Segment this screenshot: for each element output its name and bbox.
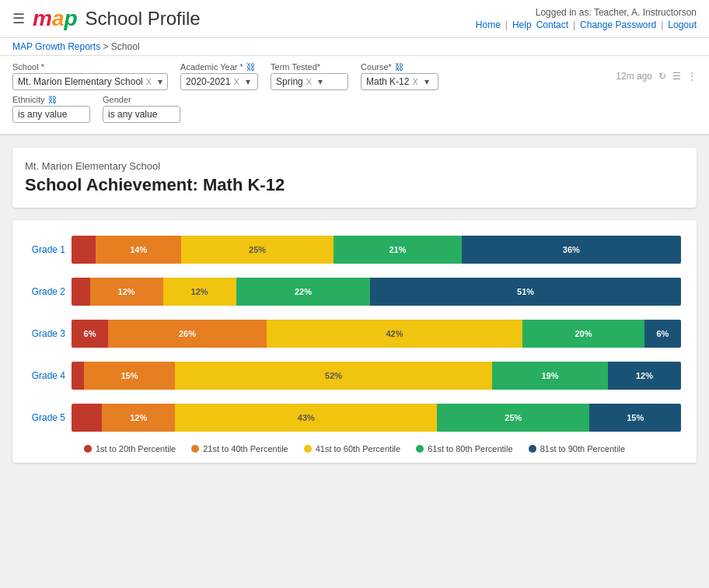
- main-content: Mt. Marion Elementary School School Achi…: [0, 135, 709, 475]
- grade-row: Grade 114%25%21%36%: [28, 236, 681, 264]
- ethnicity-select[interactable]: is any value: [12, 106, 90, 123]
- academic-year-filter-label: Academic Year * ⛓: [180, 62, 258, 72]
- contact-link[interactable]: Contact: [536, 19, 568, 30]
- term-tested-dropdown-arrow[interactable]: ▾: [318, 76, 323, 87]
- school-clear-btn[interactable]: X: [146, 77, 152, 86]
- grade-bar: 15%52%19%12%: [72, 362, 681, 390]
- legend-label: 61st to 80th Percentile: [428, 444, 512, 453]
- bar-segment-2: 12%: [90, 278, 163, 306]
- logo-a: a: [52, 6, 65, 30]
- term-tested-value: Spring: [276, 76, 303, 87]
- course-dropdown-arrow[interactable]: ▾: [424, 76, 429, 87]
- school-name: Mt. Marion Elementary School: [25, 160, 684, 172]
- change-password-link[interactable]: Change Password: [580, 19, 656, 30]
- course-value: Math K-12: [366, 76, 409, 87]
- grade-bar: 12%43%25%15%: [72, 404, 681, 432]
- header-nav: Home | Help Contact | Change Password | …: [476, 19, 697, 30]
- breadcrumb-current: School: [111, 41, 140, 52]
- bar-segment-3: 25%: [181, 236, 334, 264]
- grade-row: Grade 212%12%22%51%: [28, 278, 681, 306]
- logo-m: m: [33, 6, 52, 30]
- course-filter-label: Course* ⛓: [361, 62, 438, 72]
- legend-color-dot: [304, 445, 312, 453]
- map-growth-reports-link[interactable]: MAP Growth Reports: [12, 41, 100, 52]
- breadcrumb: MAP Growth Reports > School: [0, 38, 709, 56]
- legend-color-dot: [191, 445, 199, 453]
- bar-segment-2: 12%: [102, 404, 175, 432]
- academic-year-clear-btn[interactable]: X: [233, 77, 239, 86]
- gender-value: is any value: [108, 109, 157, 120]
- header-right: Logged in as: Teacher, A. Instructorson …: [476, 7, 697, 30]
- term-tested-select[interactable]: Spring X ▾: [271, 73, 348, 90]
- bar-segment-5: 15%: [589, 404, 681, 432]
- gender-filter-label: Gender: [103, 95, 180, 104]
- filter-more-icon[interactable]: ⋮: [687, 71, 697, 82]
- achievement-title: School Achievement: Math K-12: [25, 175, 684, 195]
- academic-year-select[interactable]: 2020-2021 X ▾: [180, 73, 258, 90]
- header-left: ☰ map School Profile: [12, 6, 201, 31]
- bar-segment-1: [72, 362, 84, 390]
- grade-label: Grade 1: [28, 244, 65, 255]
- refresh-icon[interactable]: ↻: [658, 71, 666, 82]
- gender-filter-group: Gender is any value: [103, 95, 180, 123]
- filter-menu-icon[interactable]: ☰: [672, 71, 681, 82]
- logout-link[interactable]: Logout: [668, 19, 697, 30]
- logged-in-label: Logged in as: Teacher, A. Instructorson: [476, 7, 697, 18]
- legend-label: 81st to 90th Percentile: [540, 444, 625, 453]
- school-dropdown-arrow[interactable]: ▾: [158, 76, 162, 87]
- bar-segment-4: 20%: [522, 320, 644, 348]
- help-link[interactable]: Help: [512, 19, 532, 30]
- logo: map: [33, 6, 78, 31]
- breadcrumb-separator: >: [103, 41, 109, 52]
- grade-bar: 12%12%22%51%: [72, 278, 681, 306]
- school-filter-group: School * Mt. Marion Elementary School X …: [12, 62, 168, 90]
- academic-year-filter-group: Academic Year * ⛓ 2020-2021 X ▾: [180, 62, 258, 90]
- legend-label: 41st to 60th Percentile: [316, 444, 400, 453]
- course-filter-group: Course* ⛓ Math K-12 X ▾: [361, 62, 438, 90]
- grade-label: Grade 5: [28, 412, 65, 423]
- bar-segment-5: 51%: [370, 278, 681, 306]
- school-select[interactable]: Mt. Marion Elementary School X ▾: [12, 73, 168, 90]
- grade-row: Grade 512%43%25%15%: [28, 404, 681, 432]
- chart-card: Grade 114%25%21%36%Grade 212%12%22%51%Gr…: [12, 220, 697, 463]
- legend-label: 1st to 20th Percentile: [96, 444, 176, 453]
- bar-segment-5: 12%: [608, 362, 681, 390]
- logo-p: p: [64, 6, 77, 30]
- legend-color-dot: [84, 445, 92, 453]
- academic-year-dropdown-arrow[interactable]: ▾: [246, 76, 250, 87]
- ethnicity-filter-group: Ethnicity ⛓ is any value: [12, 95, 90, 123]
- school-filter-label: School *: [12, 62, 168, 72]
- legend-label: 21st to 40th Percentile: [203, 444, 288, 453]
- bar-segment-5: 6%: [644, 320, 681, 348]
- course-clear-btn[interactable]: X: [412, 77, 417, 86]
- ethnicity-filter-label: Ethnicity ⛓: [12, 95, 90, 104]
- term-tested-filter-label: Term Tested*: [271, 62, 348, 72]
- grade-label: Grade 2: [28, 286, 65, 297]
- bar-segment-3: 12%: [163, 278, 236, 306]
- filter-row-2: Ethnicity ⛓ is any value Gender is any v…: [12, 95, 697, 123]
- bar-segment-4: 21%: [334, 236, 462, 264]
- app-header: ☰ map School Profile Logged in as: Teach…: [0, 0, 709, 38]
- legend-item: 21st to 40th Percentile: [191, 444, 288, 453]
- gender-select[interactable]: is any value: [103, 106, 180, 123]
- bar-segment-2: 15%: [84, 362, 176, 390]
- bar-segment-2: 14%: [96, 236, 181, 264]
- home-link[interactable]: Home: [476, 19, 501, 30]
- bar-segment-1: [72, 236, 96, 264]
- bar-segment-2: 26%: [108, 320, 267, 348]
- bar-segment-1: [72, 404, 102, 432]
- grade-label: Grade 4: [28, 370, 65, 381]
- academic-year-value: 2020-2021: [186, 76, 230, 87]
- filters-panel: School * Mt. Marion Elementary School X …: [0, 56, 709, 135]
- school-info-card: Mt. Marion Elementary School School Achi…: [12, 148, 697, 208]
- filter-actions: 12m ago ↻ ☰ ⋮: [616, 71, 697, 82]
- bar-segment-1: [72, 278, 90, 306]
- bar-segment-4: 22%: [236, 278, 370, 306]
- legend-item: 41st to 60th Percentile: [304, 444, 400, 453]
- hamburger-menu[interactable]: ☰: [12, 10, 25, 27]
- term-tested-clear-btn[interactable]: X: [306, 77, 312, 86]
- legend-item: 61st to 80th Percentile: [416, 444, 512, 453]
- bar-segment-4: 25%: [437, 404, 589, 432]
- course-select[interactable]: Math K-12 X ▾: [361, 73, 438, 90]
- page-title: School Profile: [86, 8, 201, 30]
